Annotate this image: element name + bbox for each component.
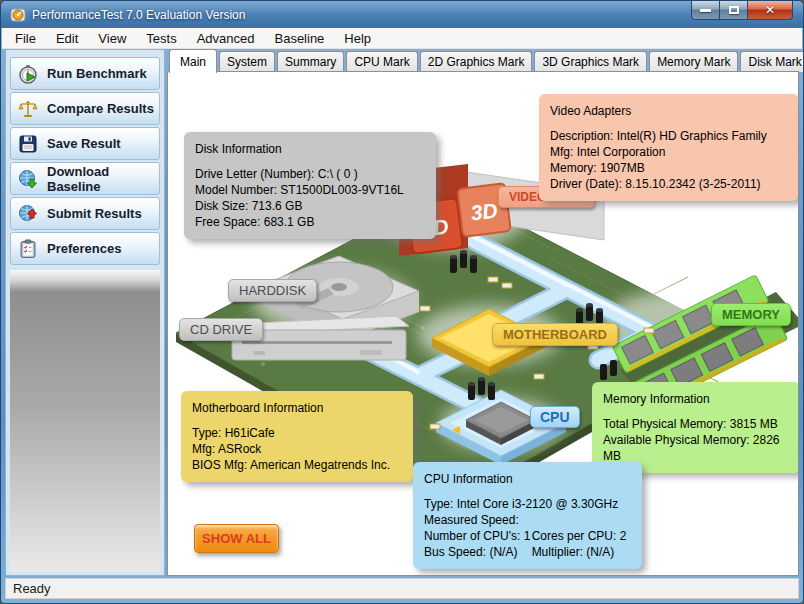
tab-2d-graphics-mark[interactable]: 2D Graphics Mark: [420, 51, 533, 72]
memory-info-box: Memory Information Total Physical Memory…: [592, 382, 799, 473]
globe-upload-icon: [18, 204, 38, 224]
cpu-info-cell: Bus Speed: (N/A): [424, 544, 532, 560]
menu-tests[interactable]: Tests: [136, 29, 186, 48]
cpu-info-row: Number of CPU's: 1 Cores per CPU: 2: [424, 528, 631, 544]
preferences-button[interactable]: Preferences: [10, 232, 160, 265]
cpu-tag[interactable]: CPU: [530, 406, 580, 428]
window-title: PerformanceTest 7.0 Evaluation Version: [32, 8, 245, 22]
close-icon: ✕: [765, 3, 775, 17]
download-baseline-label: Download Baseline: [47, 164, 159, 194]
motherboard-tag[interactable]: MOTHERBOARD: [492, 323, 618, 346]
tab-memory-mark[interactable]: Memory Mark: [649, 51, 738, 72]
maximize-icon: [729, 6, 739, 14]
save-result-button[interactable]: Save Result: [10, 127, 160, 160]
cpu-info-cell: Cores per CPU: 2: [532, 528, 631, 544]
tab-cpu-mark[interactable]: CPU Mark: [346, 51, 417, 72]
app-icon: [10, 7, 26, 23]
stopwatch-icon: [18, 64, 38, 84]
memory-info-title: Memory Information: [603, 391, 789, 407]
show-all-button[interactable]: SHOW ALL: [194, 524, 279, 553]
cpu-info-row: Bus Speed: (N/A) Multiplier: (N/A): [424, 544, 631, 560]
app-window: PerformanceTest 7.0 Evaluation Version ✕…: [0, 0, 804, 604]
status-bar: Ready: [5, 578, 799, 599]
minimize-icon: [700, 9, 711, 12]
harddisk-tag[interactable]: HARDDISK: [228, 279, 317, 302]
menu-advanced[interactable]: Advanced: [187, 29, 265, 48]
download-baseline-button[interactable]: Download Baseline: [10, 162, 160, 195]
menu-edit[interactable]: Edit: [46, 29, 88, 48]
clipboard-icon: [18, 239, 38, 259]
video-adapters-line: Memory: 1907MB: [550, 160, 787, 176]
cpu-info-title: CPU Information: [424, 471, 631, 487]
run-benchmark-label: Run Benchmark: [47, 66, 147, 81]
globe-download-icon: [18, 169, 38, 189]
menu-baseline[interactable]: Baseline: [264, 29, 334, 48]
motherboard-info-box: Motherboard Information Type: H61iCafe M…: [181, 391, 413, 482]
status-text: Ready: [13, 581, 51, 596]
preferences-label: Preferences: [47, 241, 121, 256]
cpu-info-line: Measured Speed:: [424, 512, 631, 528]
cpu-info-cell: Number of CPU's: 1: [424, 528, 532, 544]
tab-system[interactable]: System: [219, 51, 275, 72]
tab-summary[interactable]: Summary: [277, 51, 344, 72]
tab-3d-graphics-mark[interactable]: 3D Graphics Mark: [534, 51, 647, 72]
title-bar: PerformanceTest 7.0 Evaluation Version ✕: [1, 1, 803, 28]
tab-disk-mark[interactable]: Disk Mark: [740, 51, 804, 72]
disk-info-line: Disk Size: 713.6 GB: [195, 198, 425, 214]
cpu-info-line: Type: Intel Core i3-2120 @ 3.30GHz: [424, 496, 631, 512]
menu-view[interactable]: View: [88, 29, 136, 48]
disk-info-line: Drive Letter (Number): C:\ ( 0 ): [195, 166, 425, 182]
sidebar: Run Benchmark Compare Results: [5, 49, 165, 576]
video-adapters-line: Driver (Date): 8.15.10.2342 (3-25-2011): [550, 176, 787, 192]
sidebar-filler: [10, 270, 160, 572]
disk-info-box: Disk Information Drive Letter (Number): …: [184, 132, 436, 239]
video-adapters-line: Mfg: Intel Corporation: [550, 144, 787, 160]
floppy-icon: [18, 134, 38, 154]
video-adapters-line: Description: Intel(R) HD Graphics Family: [550, 128, 787, 144]
motherboard-info-line: BIOS Mfg: American Megatrends Inc.: [192, 457, 402, 473]
memory-tag[interactable]: MEMORY: [711, 303, 791, 326]
motherboard-info-line: Mfg: ASRock: [192, 441, 402, 457]
tab-main[interactable]: Main: [169, 49, 217, 73]
menu-help[interactable]: Help: [334, 29, 381, 48]
tab-bar: Main System Summary CPU Mark 2D Graphics…: [167, 49, 799, 72]
disk-info-line: Free Space: 683.1 GB: [195, 214, 425, 230]
maximize-button[interactable]: [720, 1, 748, 20]
main-tab-panel: 2D 3D: [167, 71, 799, 576]
compare-results-label: Compare Results: [47, 101, 154, 116]
cpu-info-box: CPU Information Type: Intel Core i3-2120…: [413, 462, 642, 569]
submit-results-button[interactable]: Submit Results: [10, 197, 160, 230]
scales-icon: [18, 99, 38, 119]
save-result-label: Save Result: [47, 136, 121, 151]
video-adapters-info-box: Video Adapters Description: Intel(R) HD …: [539, 94, 798, 201]
memory-info-line: Available Physical Memory: 2826 MB: [603, 432, 789, 464]
cd-drive-tag[interactable]: CD DRIVE: [179, 318, 263, 341]
content-area: Main System Summary CPU Mark 2D Graphics…: [167, 49, 799, 576]
submit-results-label: Submit Results: [47, 206, 142, 221]
cpu-info-cell: Multiplier: (N/A): [532, 544, 631, 560]
run-benchmark-button[interactable]: Run Benchmark: [10, 57, 160, 90]
close-button[interactable]: ✕: [748, 1, 793, 20]
memory-info-line: Total Physical Memory: 3815 MB: [603, 416, 789, 432]
menu-bar: File Edit View Tests Advanced Baseline H…: [2, 28, 802, 49]
menu-file[interactable]: File: [5, 29, 46, 48]
motherboard-info-line: Type: H61iCafe: [192, 425, 402, 441]
video-adapters-title: Video Adapters: [550, 103, 787, 119]
disk-info-title: Disk Information: [195, 141, 425, 157]
compare-results-button[interactable]: Compare Results: [10, 92, 160, 125]
disk-info-line: Model Number: ST1500DL003-9VT16L: [195, 182, 425, 198]
3d-mark-label[interactable]: 3D: [469, 198, 498, 224]
motherboard-info-title: Motherboard Information: [192, 400, 402, 416]
minimize-button[interactable]: [691, 1, 720, 20]
